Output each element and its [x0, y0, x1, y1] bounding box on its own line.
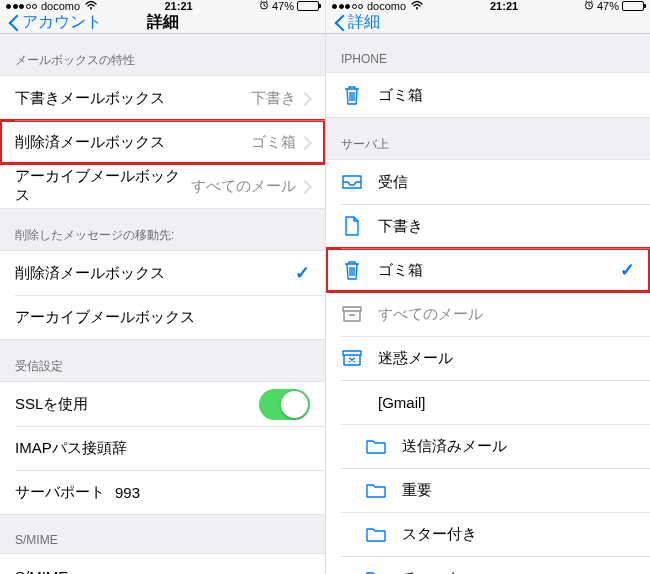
cell-value: 下書き: [251, 89, 296, 108]
battery-icon: [297, 1, 319, 11]
back-button[interactable]: アカウント: [8, 12, 102, 33]
cell-label: ゴミ箱: [378, 86, 635, 105]
server-port-row[interactable]: サーバポート 993: [0, 470, 325, 514]
folder-icon: [365, 523, 387, 545]
move-to-archive-row[interactable]: アーカイブメールボックス: [0, 295, 325, 339]
server-starred-row[interactable]: スター付き: [326, 512, 650, 556]
section-header-incoming: 受信設定: [0, 340, 325, 381]
server-allmail-row[interactable]: すべてのメール: [326, 292, 650, 336]
cell-value: すべてのメール: [191, 177, 296, 196]
document-icon: [341, 215, 363, 237]
chevron-left-icon: [8, 13, 20, 33]
folder-icon: [365, 567, 387, 574]
spam-icon: [341, 347, 363, 369]
cell-label: 受信: [378, 173, 635, 192]
cell-label: サーバポート: [15, 483, 105, 502]
carrier-label: docomo: [41, 0, 80, 12]
screen-advanced-settings: docomo 21:21 47% アカウント 詳細 メールボックスの特性 下書き…: [0, 0, 325, 574]
back-label: アカウント: [22, 12, 102, 33]
checkmark-icon: ✓: [620, 259, 635, 281]
cell-label: すべてのメール: [378, 305, 635, 324]
wifi-icon: [410, 0, 424, 12]
chevron-right-icon: [302, 92, 310, 105]
cell-label: 削除済メールボックス: [15, 264, 295, 283]
on-iphone-trash-row[interactable]: ゴミ箱: [326, 73, 650, 117]
cell-label: ゴミ箱: [378, 261, 620, 280]
status-bar: docomo 21:21 47%: [326, 0, 650, 12]
trash-icon: [341, 259, 363, 281]
deleted-mailbox-row[interactable]: 削除済メールボックス ゴミ箱: [0, 120, 325, 164]
status-time: 21:21: [164, 0, 192, 12]
signal-icon: [6, 4, 37, 9]
section-header-iphone: IPHONE: [326, 34, 650, 72]
ssl-row[interactable]: SSLを使用: [0, 382, 325, 426]
back-label: 詳細: [348, 12, 380, 33]
svg-point-2: [416, 7, 418, 9]
cell-label: アーカイブメールボックス: [15, 167, 191, 205]
nav-bar: アカウント 詳細: [0, 12, 325, 34]
cell-value: ゴミ箱: [251, 133, 296, 152]
alarm-icon: [259, 0, 269, 12]
trash-icon: [341, 84, 363, 106]
cell-label: スター付き: [402, 525, 635, 544]
section-header-server: サーバ上: [326, 118, 650, 159]
folder-icon: [365, 479, 387, 501]
drafts-mailbox-row[interactable]: 下書きメールボックス 下書き: [0, 76, 325, 120]
svg-point-0: [90, 7, 92, 9]
archive-icon: [341, 303, 363, 325]
smime-row[interactable]: S/MIME: [0, 554, 325, 574]
wifi-icon: [84, 0, 98, 12]
screen-mailbox-picker: docomo 21:21 47% 詳細 IPHONE ゴミ箱 サーバ上: [325, 0, 650, 574]
cell-label: 下書きメールボックス: [15, 89, 251, 108]
section-header-smime: S/MIME: [0, 515, 325, 553]
inbox-icon: [341, 171, 363, 193]
server-inbox-row[interactable]: 受信: [326, 160, 650, 204]
alarm-icon: [584, 0, 594, 12]
server-gmail-folder-row[interactable]: [Gmail]: [326, 380, 650, 424]
cell-label: IMAPパス接頭辞: [15, 439, 310, 458]
carrier-label: docomo: [367, 0, 406, 12]
status-time: 21:21: [490, 0, 518, 12]
battery-pct: 47%: [272, 0, 294, 12]
chevron-right-icon: [302, 180, 310, 193]
section-header-mailbox-behaviors: メールボックスの特性: [0, 34, 325, 75]
section-header-move-deleted: 削除したメッセージの移動先:: [0, 209, 325, 250]
cell-label: チャット: [402, 569, 635, 575]
cell-label: SSLを使用: [15, 395, 259, 414]
imap-prefix-row[interactable]: IMAPパス接頭辞: [0, 426, 325, 470]
server-chat-row[interactable]: チャット: [326, 556, 650, 574]
cell-label: [Gmail]: [378, 394, 635, 411]
cell-label: 迷惑メール: [378, 349, 635, 368]
nav-bar: 詳細: [326, 12, 650, 34]
server-trash-row[interactable]: ゴミ箱 ✓: [326, 248, 650, 292]
ssl-switch[interactable]: [259, 389, 310, 420]
cell-label: 削除済メールボックス: [15, 133, 251, 152]
signal-icon: [332, 4, 363, 9]
cell-label: S/MIME: [15, 568, 310, 575]
battery-icon: [622, 1, 644, 11]
cell-label: 送信済みメール: [402, 437, 635, 456]
server-drafts-row[interactable]: 下書き: [326, 204, 650, 248]
cell-label: アーカイブメールボックス: [15, 308, 310, 327]
back-button[interactable]: 詳細: [334, 12, 380, 33]
cell-label: 重要: [402, 481, 635, 500]
archive-mailbox-row[interactable]: アーカイブメールボックス すべてのメール: [0, 164, 325, 208]
battery-pct: 47%: [597, 0, 619, 12]
server-sent-row[interactable]: 送信済みメール: [326, 424, 650, 468]
move-to-deleted-row[interactable]: 削除済メールボックス ✓: [0, 251, 325, 295]
server-port-value: 993: [115, 484, 140, 501]
server-spam-row[interactable]: 迷惑メール: [326, 336, 650, 380]
chevron-left-icon: [334, 13, 346, 33]
status-bar: docomo 21:21 47%: [0, 0, 325, 12]
cell-label: 下書き: [378, 217, 635, 236]
folder-icon: [365, 435, 387, 457]
chevron-right-icon: [302, 136, 310, 149]
server-important-row[interactable]: 重要: [326, 468, 650, 512]
checkmark-icon: ✓: [295, 262, 310, 284]
